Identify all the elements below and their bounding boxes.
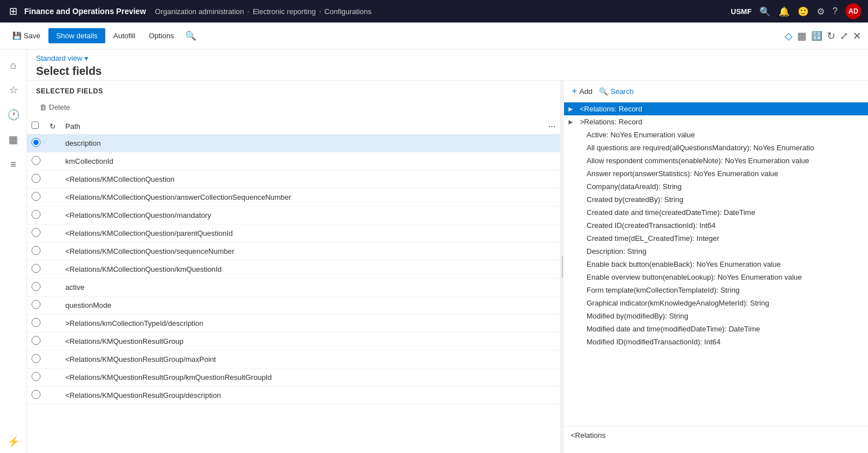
sidebar-filter[interactable]: ⚡ bbox=[2, 430, 25, 453]
row-radio[interactable] bbox=[32, 318, 41, 327]
add-button[interactable]: + Add bbox=[572, 86, 592, 96]
list-item[interactable]: Enable back button(enableBack): NoYes En… bbox=[564, 258, 868, 271]
list-item[interactable]: Created date and time(createdDateTime): … bbox=[564, 206, 868, 219]
row-empty-cell bbox=[45, 171, 61, 189]
row-radio[interactable] bbox=[32, 138, 41, 147]
bell-icon[interactable]: 🔔 bbox=[778, 6, 790, 17]
sidebar-list[interactable]: ≡ bbox=[2, 153, 25, 176]
list-item[interactable]: Graphical indicator(kmKnowledgeAnalogMet… bbox=[564, 297, 868, 310]
row-radio[interactable] bbox=[32, 354, 41, 363]
delete-button[interactable]: 🗑 Delete bbox=[36, 101, 74, 114]
row-path-cell: <Relations/KMQuestionResultGroup/maxPoin… bbox=[61, 351, 544, 369]
options-button[interactable]: Options bbox=[143, 28, 180, 43]
list-item[interactable]: Modified by(modifiedBy): String bbox=[564, 310, 868, 322]
row-radio[interactable] bbox=[32, 192, 41, 201]
settings-icon[interactable]: ⚙ bbox=[817, 6, 825, 17]
list-item[interactable]: Created ID(createdTransactionId): Int64 bbox=[564, 219, 868, 232]
list-item[interactable]: Answer report(answerStatistics): NoYes E… bbox=[564, 167, 868, 180]
list-item[interactable]: Modified ID(modifiedTransactionId): Int6… bbox=[564, 335, 868, 348]
row-radio[interactable] bbox=[32, 282, 41, 291]
plus-icon: + bbox=[572, 86, 577, 96]
row-checkbox-cell bbox=[27, 225, 45, 243]
table-row[interactable]: <Relations/KMCollectionQuestion/sequence… bbox=[27, 243, 560, 261]
table-row[interactable]: questionMode bbox=[27, 297, 560, 315]
table-row[interactable]: active bbox=[27, 279, 560, 297]
row-radio[interactable] bbox=[32, 174, 41, 183]
row-more-cell bbox=[544, 134, 560, 153]
row-radio[interactable] bbox=[32, 210, 41, 219]
show-details-button[interactable]: Show details bbox=[48, 28, 106, 43]
row-checkbox-cell bbox=[27, 279, 45, 297]
breadcrumb-org[interactable]: Organization administration bbox=[155, 7, 244, 16]
list-item[interactable]: Created time(dEL_CreatedTime): Integer bbox=[564, 232, 868, 245]
row-radio[interactable] bbox=[32, 156, 41, 165]
table-row[interactable]: <Relations/KMCollectionQuestion bbox=[27, 171, 560, 189]
row-empty-cell bbox=[45, 333, 61, 351]
badge-icon[interactable]: 🔢 bbox=[811, 30, 822, 41]
table-row[interactable]: description bbox=[27, 134, 560, 153]
table-row[interactable]: <Relations/KMQuestionResultGroup bbox=[27, 333, 560, 351]
table-row[interactable]: >Relations/kmCollectionTypeId/descriptio… bbox=[27, 315, 560, 333]
search-nav-icon[interactable]: 🔍 bbox=[759, 6, 771, 17]
list-item[interactable]: Active: NoYes Enumeration value bbox=[564, 128, 868, 141]
breadcrumb-sep-1: › bbox=[248, 8, 249, 15]
sidebar-recent[interactable]: 🕐 bbox=[2, 104, 25, 126]
grid-icon[interactable]: ⊞ bbox=[7, 3, 20, 20]
page-title: Select fields bbox=[36, 65, 859, 78]
list-item[interactable]: Allow respondent comments(enableNote): N… bbox=[564, 154, 868, 167]
breadcrumb-config[interactable]: Configurations bbox=[324, 7, 372, 16]
refresh-col-icon[interactable]: ↻ bbox=[50, 122, 56, 131]
list-item[interactable]: Description: String bbox=[564, 245, 868, 258]
list-item[interactable]: Created by(createdBy): String bbox=[564, 193, 868, 206]
row-radio[interactable] bbox=[32, 300, 41, 309]
more-icon[interactable]: ⋯ bbox=[548, 122, 556, 131]
toolbar-search-icon[interactable]: 🔍 bbox=[182, 27, 200, 44]
col-checkbox bbox=[27, 118, 45, 134]
autofill-button[interactable]: Autofill bbox=[108, 28, 141, 43]
trash-icon: 🗑 bbox=[39, 103, 47, 111]
avatar[interactable]: AD bbox=[845, 3, 861, 19]
table-row[interactable]: kmCollectionId bbox=[27, 153, 560, 171]
table-row[interactable]: <Relations/KMQuestionResultGroup/maxPoin… bbox=[27, 351, 560, 369]
list-item[interactable]: All questions are required(allQuestionsM… bbox=[564, 141, 868, 154]
expand-icon[interactable]: ⤢ bbox=[840, 30, 848, 42]
sidebar-star[interactable]: ☆ bbox=[2, 79, 25, 101]
toolbar: 💾 Save Show details Autofill Options 🔍 ◇… bbox=[0, 23, 868, 50]
select-all-checkbox[interactable] bbox=[32, 122, 39, 129]
row-path-cell: <Relations/KMCollectionQuestion/parentQu… bbox=[61, 225, 544, 243]
list-item[interactable]: Form template(kmCollectionTemplateId): S… bbox=[564, 284, 868, 297]
row-radio[interactable] bbox=[32, 390, 41, 399]
row-radio[interactable] bbox=[32, 246, 41, 255]
sidebar-modules[interactable]: ▦ bbox=[2, 128, 25, 151]
row-radio[interactable] bbox=[32, 228, 41, 237]
tree-panel: + Add 🔍 Search ▶<Relations: Record▶>Rela… bbox=[564, 80, 868, 453]
tree-toolbar: + Add 🔍 Search bbox=[564, 80, 868, 102]
bottom-preview: <Relations bbox=[564, 426, 868, 453]
row-radio[interactable] bbox=[32, 372, 41, 381]
list-item[interactable]: Enable overview button(enableLookup): No… bbox=[564, 271, 868, 284]
help-icon[interactable]: ? bbox=[833, 6, 838, 16]
smiley-icon[interactable]: 🙂 bbox=[798, 6, 809, 17]
list-item[interactable]: Modified date and time(modifiedDateTime)… bbox=[564, 322, 868, 335]
search-button[interactable]: 🔍 Search bbox=[599, 87, 633, 96]
table-row[interactable]: <Relations/KMCollectionQuestion/kmQuesti… bbox=[27, 261, 560, 279]
layout-icon[interactable]: ▦ bbox=[797, 30, 807, 42]
list-item[interactable]: ▶>Relations: Record bbox=[564, 115, 868, 128]
table-row[interactable]: <Relations/KMCollectionQuestion/mandator… bbox=[27, 207, 560, 225]
refresh-icon[interactable]: ↻ bbox=[827, 30, 835, 42]
close-icon[interactable]: ✕ bbox=[853, 30, 861, 42]
table-row[interactable]: <Relations/KMCollectionQuestion/answerCo… bbox=[27, 189, 560, 207]
table-row[interactable]: <Relations/KMCollectionQuestion/parentQu… bbox=[27, 225, 560, 243]
sidebar-home[interactable]: ⌂ bbox=[2, 54, 25, 77]
row-checkbox-cell bbox=[27, 243, 45, 261]
list-item[interactable]: ▶<Relations: Record bbox=[564, 102, 868, 115]
standard-view-dropdown[interactable]: Standard view ▾ bbox=[36, 54, 859, 62]
table-row[interactable]: <Relations/KMQuestionResultGroup/kmQuest… bbox=[27, 369, 560, 387]
row-radio[interactable] bbox=[32, 336, 41, 345]
table-row[interactable]: <Relations/KMQuestionResultGroup/descrip… bbox=[27, 387, 560, 405]
row-radio[interactable] bbox=[32, 264, 41, 273]
save-button[interactable]: 💾 Save bbox=[7, 28, 46, 43]
list-item[interactable]: Company(dataAreaId): String bbox=[564, 180, 868, 193]
diamond-icon[interactable]: ◇ bbox=[785, 30, 793, 42]
breadcrumb-er[interactable]: Electronic reporting bbox=[253, 7, 316, 16]
